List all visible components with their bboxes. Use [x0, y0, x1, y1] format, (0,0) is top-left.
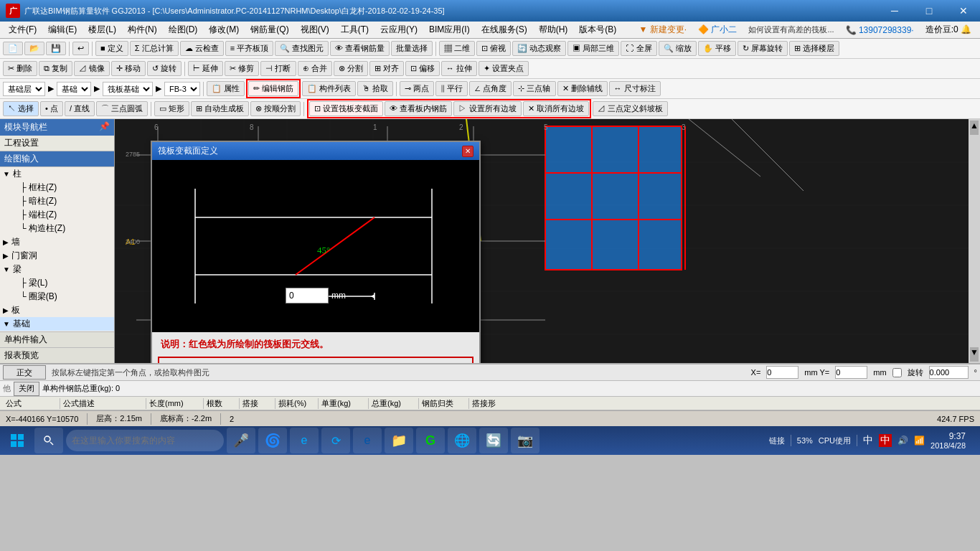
tree-node-door[interactable]: ▶ 门窗洞 [0, 249, 114, 263]
toolbar-zoom[interactable]: 🔍 缩放 [659, 41, 697, 56]
toolbar-view-rebar[interactable]: 👁 查看钢筋量 [330, 41, 390, 56]
toolbar-local-3d[interactable]: ▣ 局部三维 [567, 41, 619, 56]
menu-tools[interactable]: 工具(T) [335, 22, 374, 37]
toolbar-three-point-slope[interactable]: ⊿ 三点定义斜坡板 [593, 101, 668, 116]
toolbar-rotate[interactable]: ↺ 旋转 [147, 61, 182, 76]
toolbar-del-aux[interactable]: ✕ 删除辅线 [557, 81, 608, 96]
menu-new-change[interactable]: ▼ 新建变更· [633, 22, 693, 37]
toolbar-split[interactable]: ⊗ 分割 [334, 61, 368, 76]
dialog-close-button[interactable]: ✕ [462, 146, 473, 157]
scrollbar-vertical[interactable]: ▲ ▼ [969, 119, 980, 363]
toolbar-level-top[interactable]: ≡ 平齐板顶 [225, 41, 273, 56]
toolbar-align[interactable]: ⊞ 对齐 [369, 61, 404, 76]
toolbar-select-floor[interactable]: ⊞ 选择楼层 [789, 41, 839, 56]
report-preview[interactable]: 报表预览 [0, 347, 114, 363]
section-project[interactable]: 工程设置 [0, 136, 114, 151]
cad-canvas-area[interactable]: A1 6 8 1 2 5 3 2785 3400 筏板变截面定义 ✕ [115, 119, 980, 363]
tree-node-beam[interactable]: ▼ 梁 [0, 263, 114, 276]
toolbar-merge[interactable]: ⊕ 合并 [298, 61, 332, 76]
taskbar-search-btn[interactable] [34, 428, 63, 453]
toolbar-grip[interactable]: ✦ 设置夹点 [479, 61, 529, 76]
section-drawing[interactable]: 绘图输入 [0, 151, 114, 167]
toolbar-edit-rebar[interactable]: ✏ 编辑钢筋 [248, 81, 298, 96]
tree-leaf-end-col[interactable]: ├ 端柱(Z) [6, 208, 114, 222]
taskbar-ie2[interactable]: e [353, 428, 382, 453]
nav-panel-pin[interactable]: 📌 [99, 121, 110, 133]
toolbar-batch-select[interactable]: 批量选择 [391, 41, 433, 56]
close-button[interactable]: ✕ [947, 0, 980, 22]
select-category[interactable]: 基础 [57, 82, 91, 96]
toolbar-select[interactable]: ↖ 选择 [3, 101, 39, 116]
menu-file[interactable]: 文件(F) [3, 22, 42, 37]
ortho-button[interactable]: 正交 [3, 365, 46, 380]
tree-node-foundation[interactable]: ▼ 基础 [0, 317, 114, 331]
taskbar-search-input[interactable] [66, 430, 224, 451]
taskbar-sync[interactable]: 🔄 [479, 428, 508, 453]
toolbar-save[interactable]: 💾 [46, 42, 66, 55]
tree-leaf-frame-col[interactable]: ├ 框柱(Z) [6, 181, 114, 194]
toolbar-auto-slab[interactable]: ⊞ 自动生成板 [191, 101, 249, 116]
menu-bim[interactable]: BIM应用(I) [423, 22, 476, 37]
select-element[interactable]: FB-3 [164, 82, 200, 96]
toolbar-trim[interactable]: ✂ 修剪 [225, 61, 259, 76]
rotate-input[interactable] [929, 366, 969, 379]
tray-sound[interactable]: 🔊 [897, 435, 908, 446]
toolbar-fullscreen[interactable]: ⛶ 全屏 [621, 41, 656, 56]
toolbar-undo[interactable]: ↩ [72, 42, 89, 55]
taskbar-explorer[interactable]: 📁 [385, 428, 413, 453]
toolbar-set-section[interactable]: ⊡ 设置筏板变截面 [309, 101, 383, 116]
toolbar-line[interactable]: / 直线 [65, 101, 95, 116]
menu-help-msg[interactable]: 如何设置有高差的筏板... [743, 23, 839, 37]
menu-draw[interactable]: 绘图(D) [163, 22, 204, 37]
tray-lang-icon[interactable]: 中 [863, 434, 873, 447]
toolbar-view-slab-rebar[interactable]: 👁 查看板内钢筋 [385, 101, 452, 116]
y-coord-input[interactable] [835, 366, 867, 379]
toolbar-sum[interactable]: Σ 汇总计算 [130, 41, 179, 56]
tree-leaf-struct-col[interactable]: └ 构造柱(Z) [6, 222, 114, 235]
toolbar-screen-rotate[interactable]: ↻ 屏幕旋转 [738, 41, 788, 56]
menu-version[interactable]: 版本号(B) [573, 22, 622, 37]
tree-node-column[interactable]: ▼ 柱 [0, 167, 114, 181]
dialog-title-bar[interactable]: 筏板变截面定义 ✕ [152, 142, 479, 160]
rotate-checkbox[interactable] [892, 368, 902, 377]
taskbar-ie[interactable]: e [290, 428, 319, 453]
minimize-button[interactable]: ─ [878, 0, 911, 22]
menu-modify[interactable]: 修改(M) [203, 22, 245, 37]
menu-coins[interactable]: 造价豆:0 🔔 [920, 22, 977, 37]
menu-cloud[interactable]: 云应用(Y) [374, 22, 423, 37]
toolbar-copy[interactable]: ⧉ 复制 [39, 61, 72, 76]
toolbar-open[interactable]: 📂 [24, 42, 44, 55]
toolbar-offset[interactable]: ⊡ 偏移 [405, 61, 440, 76]
tray-clock[interactable]: 9:37 2018/4/28 [930, 431, 966, 450]
toolbar-element-list[interactable]: 📋 构件列表 [302, 81, 356, 96]
toolbar-dim[interactable]: ↔ 尺寸标注 [609, 81, 661, 96]
toolbar-extend[interactable]: ⊢ 延伸 [188, 61, 223, 76]
toolbar-break[interactable]: ⊣ 打断 [260, 61, 296, 76]
toolbar-top-view[interactable]: ⊡ 俯视 [476, 41, 511, 56]
toolbar-pan[interactable]: ✋ 平移 [698, 41, 736, 56]
tray-input-method[interactable]: 中 [879, 434, 892, 447]
toolbar-define[interactable]: ■ 定义 [95, 41, 128, 56]
menu-element[interactable]: 构件(N) [122, 22, 163, 37]
single-elem-input[interactable]: 单构件输入 [0, 331, 114, 347]
toolbar-cloud-check[interactable]: ☁ 云检查 [180, 41, 224, 56]
tree-node-slab[interactable]: ▶ 板 [0, 303, 114, 317]
taskbar-mic[interactable]: 🎤 [227, 428, 255, 453]
taskbar-edge[interactable]: ⟳ [321, 428, 350, 453]
scroll-up[interactable]: ▲ [970, 121, 979, 135]
menu-edit[interactable]: 编辑(E) [42, 22, 83, 37]
menu-guangxiao[interactable]: 🔶 广小二 [692, 22, 743, 37]
x-coord-input[interactable] [766, 366, 798, 379]
taskbar-cortana[interactable]: 🌀 [258, 428, 287, 453]
toolbar-new[interactable]: 📄 [3, 42, 23, 55]
toolbar-two-point[interactable]: ⊸ 两点 [400, 81, 434, 96]
menu-floor[interactable]: 楼层(L) [83, 22, 122, 37]
select-floor[interactable]: 基础层 [3, 82, 45, 96]
menu-help[interactable]: 帮助(H) [533, 22, 574, 37]
scroll-down[interactable]: ▼ [970, 347, 979, 362]
toolbar-dynamic[interactable]: 🔄 动态观察 [512, 41, 566, 56]
taskbar-camera[interactable]: 📷 [511, 428, 540, 453]
tree-leaf-ring-beam[interactable]: └ 圈梁(B) [6, 290, 114, 303]
toolbar-rect[interactable]: ▭ 矩形 [154, 101, 189, 116]
toolbar-point-draw[interactable]: • 点 [40, 101, 63, 116]
